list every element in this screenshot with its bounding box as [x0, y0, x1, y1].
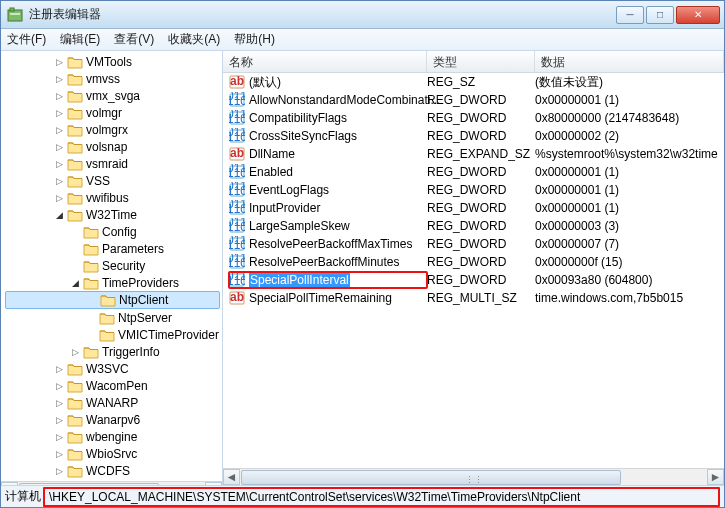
folder-icon — [67, 140, 83, 154]
value-type: REG_DWORD — [427, 111, 535, 125]
list-row[interactable]: 011110EventLogFlagsREG_DWORD0x00000001 (… — [223, 181, 724, 199]
folder-icon — [67, 72, 83, 86]
expand-icon[interactable]: ▷ — [53, 56, 65, 68]
list-row[interactable]: 011110InputProviderREG_DWORD0x00000001 (… — [223, 199, 724, 217]
close-button[interactable]: ✕ — [676, 6, 720, 24]
expand-icon[interactable]: ▷ — [53, 107, 65, 119]
svg-text:ab: ab — [230, 146, 244, 160]
string-value-icon: ab — [229, 290, 245, 306]
tree-item-triggerinfo[interactable]: ▷TriggerInfo — [5, 343, 220, 360]
col-type[interactable]: 类型 — [427, 51, 535, 72]
list-row[interactable]: abDllNameREG_EXPAND_SZ%systemroot%\syste… — [223, 145, 724, 163]
list-header: 名称 类型 数据 — [223, 51, 724, 73]
collapse-icon[interactable]: ◢ — [69, 277, 81, 289]
tree-label: VSS — [86, 174, 110, 188]
list-row[interactable]: 011110ResolvePeerBackoffMinutesREG_DWORD… — [223, 253, 724, 271]
tree-item-security[interactable]: Security — [5, 257, 220, 274]
list-hscroll[interactable]: ◄ ⋮⋮ ► — [223, 468, 724, 485]
list-row[interactable]: 011110AllowNonstandardModeCombinati...RE… — [223, 91, 724, 109]
tree-item-wcdfs[interactable]: ▷WCDFS — [5, 462, 220, 479]
scroll-left-icon[interactable]: ◄ — [223, 469, 240, 485]
expand-icon[interactable]: ▷ — [53, 397, 65, 409]
maximize-button[interactable]: □ — [646, 6, 674, 24]
minimize-button[interactable]: ─ — [616, 6, 644, 24]
scroll-right-icon[interactable]: ► — [707, 469, 724, 485]
tree-item-config[interactable]: Config — [5, 223, 220, 240]
tree-item-wacompen[interactable]: ▷WacomPen — [5, 377, 220, 394]
collapse-icon[interactable]: ◢ — [53, 209, 65, 221]
tree-item-wbengine[interactable]: ▷wbengine — [5, 428, 220, 445]
tree-item-volsnap[interactable]: ▷volsnap — [5, 138, 220, 155]
tree-item-wanarpv6[interactable]: ▷Wanarpv6 — [5, 411, 220, 428]
expand-icon[interactable]: ▷ — [53, 465, 65, 477]
tree-label: WCDFS — [86, 464, 130, 478]
list-pane[interactable]: 名称 类型 数据 ab(默认)REG_SZ(数值未设置)011110AllowN… — [223, 51, 724, 485]
titlebar[interactable]: 注册表编辑器 ─ □ ✕ — [1, 1, 724, 29]
tree-item-vss[interactable]: ▷VSS — [5, 172, 220, 189]
tree-item-vsmraid[interactable]: ▷vsmraid — [5, 155, 220, 172]
tree-item-wbiosrvc[interactable]: ▷WbioSrvc — [5, 445, 220, 462]
value-data: 0x00093a80 (604800) — [535, 273, 724, 287]
tree-item-wanarp[interactable]: ▷WANARP — [5, 394, 220, 411]
tree-item-vmictimeprovider[interactable]: VMICTimeProvider — [5, 326, 220, 343]
tree-item-vmx_svga[interactable]: ▷vmx_svga — [5, 87, 220, 104]
list-row[interactable]: 011110EnabledREG_DWORD0x00000001 (1) — [223, 163, 724, 181]
expand-icon[interactable]: ▷ — [53, 141, 65, 153]
tree-item-ntpserver[interactable]: NtpServer — [5, 309, 220, 326]
menu-edit[interactable]: 编辑(E) — [60, 31, 100, 48]
list-row[interactable]: 011110CrossSiteSyncFlagsREG_DWORD0x00000… — [223, 127, 724, 145]
tree-label: Wanarpv6 — [86, 413, 140, 427]
tree-item-vwifibus[interactable]: ▷vwifibus — [5, 189, 220, 206]
tree-item-parameters[interactable]: Parameters — [5, 240, 220, 257]
expand-icon[interactable]: ▷ — [53, 192, 65, 204]
value-name: Enabled — [249, 165, 293, 179]
tree-label: WbioSrvc — [86, 447, 137, 461]
expand-icon[interactable]: ▷ — [53, 73, 65, 85]
expand-icon[interactable]: ▷ — [53, 363, 65, 375]
tree-item-ntpclient[interactable]: NtpClient — [5, 291, 220, 309]
value-data: (数值未设置) — [535, 74, 724, 91]
value-name: LargeSampleSkew — [249, 219, 350, 233]
tree-item-volmgr[interactable]: ▷volmgr — [5, 104, 220, 121]
expand-icon[interactable]: ▷ — [53, 448, 65, 460]
list-row[interactable]: 011110CompatibilityFlagsREG_DWORD0x80000… — [223, 109, 724, 127]
menu-view[interactable]: 查看(V) — [114, 31, 154, 48]
value-type: REG_DWORD — [427, 237, 535, 251]
col-name[interactable]: 名称 — [223, 51, 427, 72]
scroll-left-icon[interactable]: ◄ — [1, 482, 18, 485]
expand-icon[interactable]: ▷ — [53, 431, 65, 443]
list-row[interactable]: 011110LargeSampleSkewREG_DWORD0x00000003… — [223, 217, 724, 235]
menu-help[interactable]: 帮助(H) — [234, 31, 275, 48]
tree-label: W32Time — [86, 208, 137, 222]
list-row[interactable]: 011110SpecialPollIntervalREG_DWORD0x0009… — [223, 271, 724, 289]
expand-icon[interactable]: ▷ — [53, 380, 65, 392]
list-row[interactable]: ab(默认)REG_SZ(数值未设置) — [223, 73, 724, 91]
tree-item-w3svc[interactable]: ▷W3SVC — [5, 360, 220, 377]
col-data[interactable]: 数据 — [535, 51, 724, 72]
tree-item-w32time[interactable]: ◢W32Time — [5, 206, 220, 223]
tree-label: WacomPen — [86, 379, 148, 393]
tree-pane[interactable]: ▷VMTools▷vmvss▷vmx_svga▷volmgr▷volmgrx▷v… — [1, 51, 223, 485]
menu-file[interactable]: 文件(F) — [7, 31, 46, 48]
expand-icon[interactable]: ▷ — [53, 158, 65, 170]
expand-icon[interactable]: ▷ — [53, 175, 65, 187]
scroll-right-icon[interactable]: ► — [205, 482, 222, 485]
value-name: DllName — [249, 147, 295, 161]
expand-icon[interactable]: ▷ — [53, 90, 65, 102]
list-row[interactable]: 011110ResolvePeerBackoffMaxTimesREG_DWOR… — [223, 235, 724, 253]
folder-icon — [100, 293, 116, 307]
folder-icon — [67, 362, 83, 376]
menu-favorites[interactable]: 收藏夹(A) — [168, 31, 220, 48]
list-row[interactable]: abSpecialPollTimeRemainingREG_MULTI_SZti… — [223, 289, 724, 307]
expand-icon[interactable]: ▷ — [53, 414, 65, 426]
svg-text:110: 110 — [229, 184, 245, 198]
tree-item-vmvss[interactable]: ▷vmvss — [5, 70, 220, 87]
tree-item-volmgrx[interactable]: ▷volmgrx — [5, 121, 220, 138]
value-name: AllowNonstandardModeCombinati... — [249, 93, 440, 107]
folder-icon — [67, 396, 83, 410]
tree-item-vmtools[interactable]: ▷VMTools — [5, 53, 220, 70]
expand-icon[interactable]: ▷ — [53, 124, 65, 136]
expand-icon[interactable]: ▷ — [69, 346, 81, 358]
tree-hscroll[interactable]: ◄ ► — [1, 481, 222, 485]
tree-item-timeproviders[interactable]: ◢TimeProviders — [5, 274, 220, 291]
